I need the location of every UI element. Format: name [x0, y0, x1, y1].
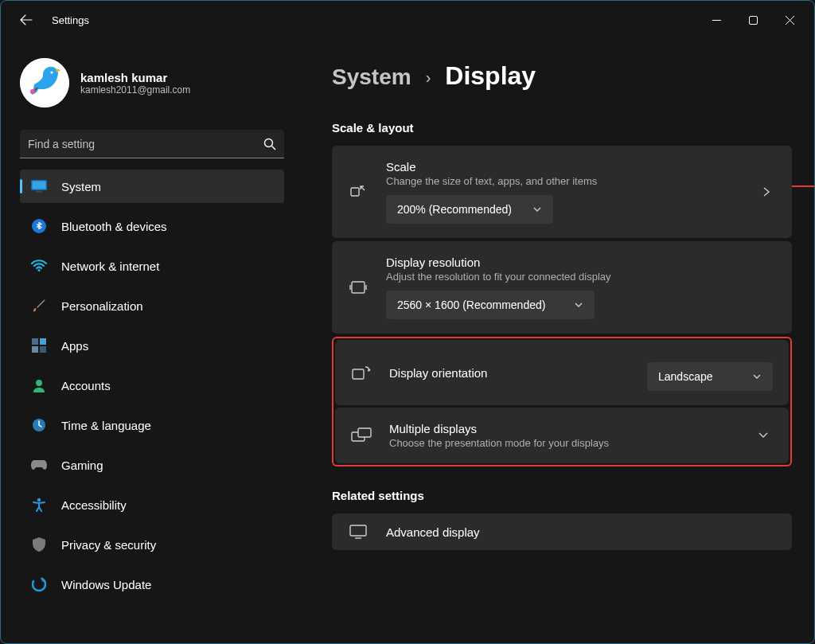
svg-rect-7: [36, 191, 42, 193]
nav-item-system[interactable]: System: [20, 170, 284, 203]
card-title: Display orientation: [389, 366, 630, 380]
annotation-highlight-box: Display orientation Landscape Multiple d…: [332, 337, 792, 466]
back-button[interactable]: [14, 7, 39, 33]
svg-rect-20: [352, 282, 365, 293]
nav-item-apps[interactable]: Apps: [20, 329, 284, 362]
setting-card-advanced-display[interactable]: Advanced display: [332, 513, 792, 550]
apps-icon: [31, 338, 47, 353]
setting-card-multiple-displays[interactable]: Multiple displays Choose the presentatio…: [335, 408, 789, 463]
nav-label: System: [61, 180, 101, 193]
scale-dropdown[interactable]: 200% (Recommended): [386, 195, 553, 224]
nav-label: Accounts: [61, 379, 111, 392]
orientation-dropdown[interactable]: Landscape: [647, 362, 773, 391]
person-icon: [31, 377, 47, 393]
svg-point-14: [36, 380, 42, 386]
maximize-button[interactable]: [735, 7, 771, 33]
nav-label: Time & language: [61, 419, 151, 432]
shield-icon: [31, 537, 47, 552]
svg-rect-10: [32, 338, 38, 345]
minimize-button[interactable]: [698, 7, 735, 33]
chevron-right-icon: ›: [426, 68, 431, 87]
avatar-bird-icon: [20, 58, 69, 107]
nav-label: Privacy & security: [61, 538, 156, 552]
svg-rect-12: [32, 346, 38, 353]
nav-item-network[interactable]: Network & internet: [20, 249, 284, 283]
svg-rect-0: [749, 16, 757, 24]
nav-label: Windows Update: [61, 578, 151, 591]
card-title: Advanced display: [386, 525, 776, 539]
nav-item-accessibility[interactable]: Accessibility: [20, 488, 284, 521]
main-panel: System › Display Scale & layout Scale Ch…: [303, 39, 814, 643]
svg-point-16: [37, 498, 41, 502]
nav-label: Personalization: [61, 299, 143, 313]
profile-email: kamlesh2011@gmail.com: [80, 84, 190, 96]
profile-name: kamlesh kumar: [80, 71, 190, 84]
nav-label: Accessibility: [61, 498, 127, 512]
dropdown-value: 2560 × 1600 (Recommended): [397, 299, 545, 311]
bluetooth-icon: [31, 218, 47, 234]
svg-rect-11: [40, 338, 46, 345]
minimize-icon: [712, 16, 721, 25]
svg-rect-24: [350, 525, 366, 536]
svg-point-2: [50, 71, 53, 73]
profile-block[interactable]: kamlesh kumar kamlesh2011@gmail.com: [14, 58, 291, 107]
breadcrumb-parent[interactable]: System: [332, 64, 411, 90]
close-icon: [786, 16, 794, 25]
resolution-dropdown[interactable]: 2560 × 1600 (Recommended): [386, 291, 595, 319]
setting-card-orientation[interactable]: Display orientation Landscape: [335, 340, 789, 405]
multiple-displays-icon: [351, 427, 372, 443]
card-title: Display resolution: [386, 256, 776, 269]
breadcrumb: System › Display: [332, 61, 792, 91]
nav-item-accounts[interactable]: Accounts: [20, 369, 284, 402]
nav-label: Apps: [61, 339, 88, 353]
chevron-down-icon: [532, 205, 542, 214]
monitor-icon: [348, 525, 369, 539]
nav-item-gaming[interactable]: Gaming: [20, 448, 284, 482]
nav-item-privacy[interactable]: Privacy & security: [20, 528, 284, 561]
svg-point-4: [265, 139, 273, 146]
display-icon: [31, 178, 47, 194]
arrow-left-icon: [20, 14, 33, 26]
svg-point-3: [30, 89, 35, 94]
card-title: Scale: [386, 160, 739, 174]
search-input[interactable]: [28, 138, 263, 150]
svg-rect-21: [353, 369, 364, 379]
orientation-icon: [351, 365, 372, 380]
card-title: Multiple displays: [389, 422, 736, 435]
app-title: Settings: [52, 14, 89, 26]
paintbrush-icon: [31, 298, 47, 314]
breadcrumb-current: Display: [445, 61, 536, 91]
setting-card-resolution[interactable]: Display resolution Adjust the resolution…: [332, 241, 792, 334]
svg-rect-19: [351, 188, 359, 196]
nav-item-windows-update[interactable]: Windows Update: [20, 568, 284, 601]
nav-label: Gaming: [61, 459, 103, 472]
svg-rect-6: [32, 181, 45, 189]
titlebar: Settings: [1, 1, 814, 39]
chevron-down-icon: [754, 431, 773, 439]
wifi-icon: [31, 258, 47, 274]
avatar: [20, 58, 69, 107]
nav-item-time-language[interactable]: Time & language: [20, 408, 284, 442]
svg-point-17: [33, 578, 45, 591]
nav-item-bluetooth[interactable]: Bluetooth & devices: [20, 209, 284, 243]
nav-item-personalization[interactable]: Personalization: [20, 289, 284, 322]
section-scale-layout-title: Scale & layout: [332, 121, 792, 135]
scale-icon: [348, 183, 369, 201]
card-subtitle: Adjust the resolution to fit your connec…: [386, 271, 776, 283]
maximize-icon: [749, 16, 758, 25]
nav-label: Network & internet: [61, 260, 159, 273]
dropdown-value: Landscape: [658, 370, 713, 383]
update-icon: [31, 576, 47, 592]
nav-list: System Bluetooth & devices Network & int…: [14, 170, 291, 607]
close-button[interactable]: [771, 7, 808, 33]
resolution-icon: [348, 280, 369, 295]
card-subtitle: Choose the presentation mode for your di…: [389, 437, 736, 449]
setting-card-scale[interactable]: Scale Change the size of text, apps, and…: [332, 146, 792, 238]
search-box[interactable]: [20, 130, 284, 158]
sidebar: kamlesh kumar kamlesh2011@gmail.com Syst…: [1, 39, 303, 643]
nav-label: Bluetooth & devices: [61, 220, 167, 233]
svg-rect-13: [40, 346, 46, 353]
section-related-title: Related settings: [332, 489, 792, 502]
search-icon: [263, 138, 276, 150]
chevron-down-icon: [752, 372, 762, 381]
